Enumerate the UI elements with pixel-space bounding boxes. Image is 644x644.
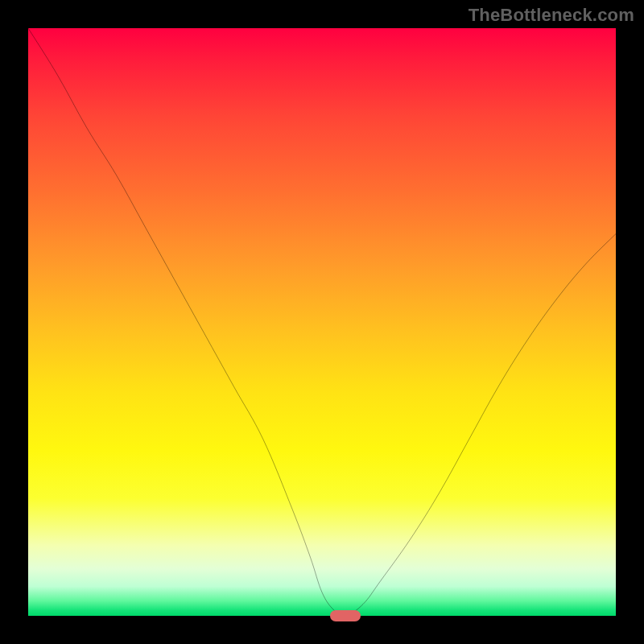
watermark-text: TheBottleneck.com	[469, 5, 634, 26]
bottleneck-curve-path	[28, 28, 616, 616]
optimal-marker	[330, 610, 361, 621]
bottleneck-curve-svg	[28, 28, 616, 616]
plot-area	[28, 28, 616, 616]
chart-frame: TheBottleneck.com	[0, 0, 644, 644]
